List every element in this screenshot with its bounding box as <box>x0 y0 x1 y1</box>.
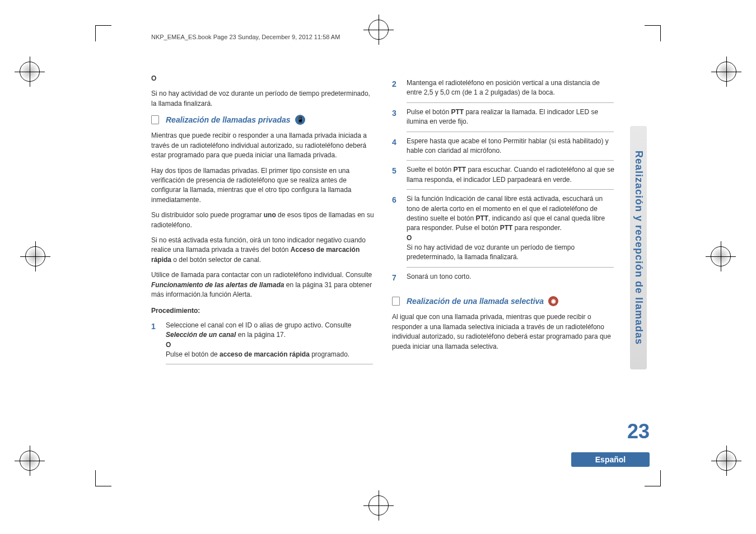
step-6: 6 Si la función Indicación de canal libr… <box>392 194 616 263</box>
language-tab: Español <box>571 452 650 467</box>
text: en la página 17. <box>236 331 286 339</box>
text-bold: PTT <box>475 214 488 222</box>
step-number: 4 <box>392 137 400 156</box>
paragraph: Si no está activada esta función, oirá u… <box>151 236 375 265</box>
text-bold: uno <box>264 211 276 219</box>
registration-mark <box>716 451 736 471</box>
crop-mark <box>95 470 111 486</box>
right-column: 2 Mantenga el radioteléfono en posición … <box>392 74 616 368</box>
or-text: O <box>151 74 375 83</box>
text: Seleccione el canal con el ID o alias de… <box>166 321 352 329</box>
section-heading-selective-call: Realización de una llamada selectiva ◉ <box>392 296 616 307</box>
text-bold: PTT <box>500 224 513 232</box>
text-ref: Funcionamiento de las alertas de llamada <box>151 281 284 289</box>
text: para responder. <box>512 224 561 232</box>
digital-mode-icon: 📱 <box>295 115 305 125</box>
text: Pulse el botón <box>407 108 451 116</box>
step-text: Suelte el botón PTT para escuchar. Cuand… <box>407 165 616 185</box>
step-text: Sonará un tono corto. <box>407 272 616 283</box>
step-number: 2 <box>392 78 400 98</box>
step-3: 3 Pulse el botón PTT para realizar la ll… <box>392 107 616 127</box>
divider <box>407 102 614 103</box>
step-number: 5 <box>392 165 400 185</box>
paragraph: Mientras que puede recibir o responder a… <box>151 131 375 160</box>
section-title: Realización de llamadas privadas <box>166 114 291 125</box>
document-icon <box>151 115 159 124</box>
paragraph: Al igual que con una llamada privada, mi… <box>392 312 616 352</box>
registration-mark <box>711 246 731 266</box>
step-text: Si la función Indicación de canal libre … <box>407 194 616 263</box>
text: Pulse el botón de <box>166 350 220 358</box>
or-text: O <box>407 233 616 243</box>
section-heading-private-calls: Realización de llamadas privadas 📱 <box>151 114 375 125</box>
document-icon <box>392 297 400 306</box>
paragraph: Utilice de llamada para contactar con un… <box>151 270 375 299</box>
registration-mark <box>25 246 45 266</box>
step-number: 7 <box>392 272 400 283</box>
divider <box>407 132 614 132</box>
sidebar-tab: Realización y recepción de llamadas <box>630 126 647 369</box>
page-number: 23 <box>627 420 650 443</box>
left-column: O Si no hay actividad de voz durante un … <box>151 74 375 368</box>
text: Su distribuidor solo puede programar <box>151 211 264 219</box>
registration-mark <box>368 495 389 516</box>
text-bold: acceso de marcación rápida <box>220 350 310 358</box>
step-5: 5 Suelte el botón PTT para escuchar. Cua… <box>392 165 616 185</box>
registration-mark <box>20 62 40 82</box>
paragraph: Su distribuidor solo puede programar uno… <box>151 210 375 230</box>
procedure-label: Procedimiento: <box>151 306 375 316</box>
text-ref: Selección de un canal <box>166 331 236 339</box>
paragraph: Hay dos tipos de llamadas privadas. El p… <box>151 166 375 205</box>
text-bold: PTT <box>451 108 464 116</box>
section-title: Realización de una llamada selectiva <box>407 296 544 307</box>
registration-mark <box>716 62 736 82</box>
running-header: NKP_EMEA_ES.book Page 23 Sunday, Decembe… <box>151 34 700 40</box>
step-number: 3 <box>392 107 400 127</box>
paragraph: Si no hay actividad de voz durante un pe… <box>151 89 375 109</box>
step-number: 1 <box>151 321 159 360</box>
step-text: Mantenga el radioteléfono en posición ve… <box>407 78 616 98</box>
step-number: 6 <box>392 194 400 263</box>
step-text: Espere hasta que acabe el tono Permitir … <box>407 137 616 156</box>
step-1: 1 Seleccione el canal con el ID o alias … <box>151 321 375 360</box>
or-text: O <box>166 340 375 350</box>
step-4: 4 Espere hasta que acabe el tono Permiti… <box>392 137 616 156</box>
step-text: Seleccione el canal con el ID o alias de… <box>166 321 375 360</box>
analog-mode-icon: ◉ <box>548 296 558 306</box>
text-bold: PTT <box>453 166 466 174</box>
sidebar-title: Realización y recepción de llamadas <box>633 151 645 345</box>
divider <box>407 189 614 190</box>
text: Suelte el botón <box>407 166 453 174</box>
text: Si no hay actividad de voz durante un pe… <box>407 243 616 263</box>
registration-mark <box>20 451 40 471</box>
columns: O Si no hay actividad de voz durante un … <box>123 74 700 368</box>
divider <box>166 364 373 364</box>
crop-mark <box>95 25 111 41</box>
divider <box>407 267 614 268</box>
divider <box>407 160 614 161</box>
page-content: NKP_EMEA_ES.book Page 23 Sunday, Decembe… <box>123 34 700 493</box>
text: o del botón selector de canal. <box>171 256 261 264</box>
text: programado. <box>310 350 349 358</box>
step-text: Pulse el botón PTT para realizar la llam… <box>407 107 616 127</box>
text: Utilice de llamada para contactar con un… <box>151 271 372 279</box>
step-2: 2 Mantenga el radioteléfono en posición … <box>392 78 616 98</box>
step-7: 7 Sonará un tono corto. <box>392 272 616 283</box>
